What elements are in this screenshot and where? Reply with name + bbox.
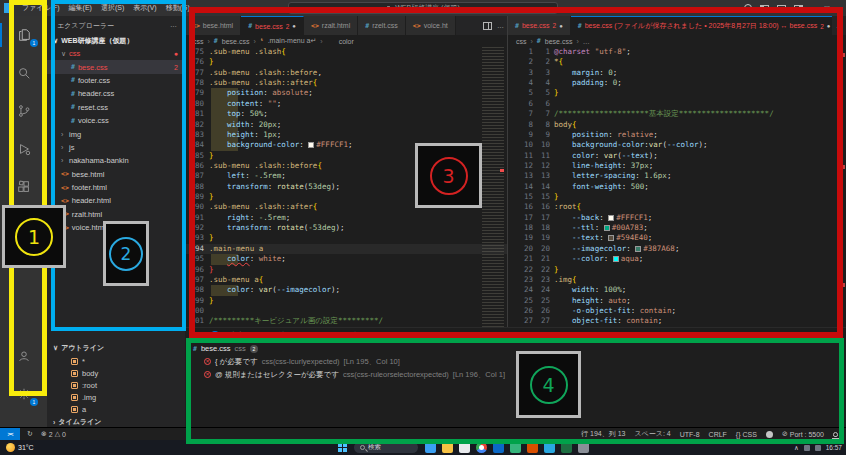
outline-item[interactable]: *	[47, 355, 185, 367]
minimap[interactable]	[482, 47, 504, 327]
forward-icon[interactable]: →	[235, 4, 243, 13]
menu-item[interactable]: 選択(S)	[101, 3, 124, 13]
breadcrumb-item[interactable]: .main-menu a↵	[268, 37, 317, 45]
outline-section[interactable]: ∨ アウトライン	[47, 341, 185, 355]
file-row-bese.html[interactable]: <>bese.html	[47, 168, 185, 181]
close-button[interactable]: ×	[837, 4, 842, 13]
more-icon[interactable]: …	[811, 332, 818, 339]
remote-indicator[interactable]: ><	[0, 428, 20, 440]
tray-icon[interactable]	[815, 445, 821, 451]
close-panel-icon[interactable]: ×	[835, 332, 839, 339]
breadcrumb-item[interactable]: color	[339, 38, 354, 45]
taskbar-app-icon[interactable]	[476, 442, 487, 453]
panel-tab-問題[interactable]: 問題2	[194, 328, 219, 342]
menu-item[interactable]: 移動(G)	[166, 3, 190, 13]
activity-settings-icon[interactable]: 1	[0, 375, 47, 413]
github-status-item[interactable]	[766, 431, 773, 438]
outline-item[interactable]: :root	[47, 379, 185, 391]
tray-expand-icon[interactable]: ∧	[794, 444, 799, 452]
file-row-header.html[interactable]: <>header.html	[47, 194, 185, 207]
menu-item[interactable]: ファイル(F)	[22, 3, 60, 13]
activity-account-icon[interactable]	[0, 337, 47, 375]
activity-search-icon[interactable]	[0, 54, 47, 92]
layout-secondary-sidebar-icon[interactable]	[794, 5, 803, 12]
menu-item[interactable]: …	[199, 3, 206, 13]
problem-file-row[interactable]: # bese.css css 2	[185, 342, 846, 355]
taskbar-app-icon[interactable]	[527, 442, 538, 453]
file-row-css[interactable]: ∨css●	[47, 47, 185, 60]
tab-bese.css[interactable]: #bese.css2●	[508, 16, 571, 35]
breadcrumb-item[interactable]: bese.css	[222, 38, 250, 45]
code-editor-left[interactable]: 175.sub-menu .slash{176}177.sub-menu .sl…	[185, 47, 507, 327]
outline-item[interactable]: .img	[47, 391, 185, 403]
status-item[interactable]: {} CSS	[736, 431, 757, 438]
taskbar-app-icon[interactable]	[510, 442, 521, 453]
status-item[interactable]: スペース: 4	[634, 429, 670, 439]
tray-icon[interactable]	[804, 445, 810, 451]
taskbar-app-icon[interactable]	[493, 442, 504, 453]
panel-tab-ターミナル[interactable]: ターミナル	[330, 328, 366, 342]
taskbar-app-icon[interactable]	[578, 442, 589, 453]
breadcrumb[interactable]: css›#bese.css›…	[508, 35, 846, 47]
activity-run-debug-icon[interactable]	[0, 130, 47, 168]
status-item[interactable]: UTF-8	[680, 431, 700, 438]
timeline-section[interactable]: › タイムライン	[47, 415, 185, 427]
menu-item[interactable]: 編集(E)	[69, 3, 92, 13]
taskbar-app-icon[interactable]	[459, 442, 470, 453]
activity-source-control-icon[interactable]	[0, 92, 47, 130]
file-row-bese.css[interactable]: #bese.css2	[47, 60, 185, 73]
file-row-img[interactable]: ›img	[47, 127, 185, 140]
outline-item[interactable]: a	[47, 403, 185, 415]
back-icon[interactable]: ←	[220, 4, 228, 13]
taskbar-search[interactable]: 検索	[354, 442, 418, 453]
taskbar-app-icon[interactable]	[544, 442, 555, 453]
maximize-button[interactable]: □	[824, 4, 829, 13]
problems-status[interactable]: ⊗ 2 △ 0	[41, 430, 66, 438]
breadcrumb-item[interactable]: …	[583, 38, 590, 45]
problem-row[interactable]: ×{ が必要ですcss(css-lcurlyexpected)[Ln 195、C…	[185, 355, 846, 368]
outline-item[interactable]: body	[47, 367, 185, 379]
menu-item[interactable]: 表示(V)	[133, 3, 156, 13]
breadcrumb-item[interactable]: bese.css	[545, 38, 573, 45]
file-row-nakahama-bankin[interactable]: ›nakahama-bankin	[47, 154, 185, 167]
layout-sidebar-icon[interactable]	[760, 5, 769, 12]
file-row-reset.css[interactable]: #reset.css	[47, 101, 185, 114]
file-row-voice.html[interactable]: <>voice.html	[47, 221, 185, 234]
file-row-rzalt.html[interactable]: <>rzalt.html	[47, 208, 185, 221]
file-row-header.css[interactable]: #header.css	[47, 87, 185, 100]
taskbar-app-icon[interactable]	[442, 442, 453, 453]
more-actions-icon[interactable]: …	[836, 22, 843, 29]
bell-status-item[interactable]	[833, 432, 838, 437]
tab-rzalt.html[interactable]: <>rzalt.html	[304, 16, 358, 35]
copilot-icon[interactable]	[744, 4, 752, 12]
breadcrumb-item[interactable]: css	[516, 38, 527, 45]
breadcrumb[interactable]: css›#bese.css›ᵗ.main-menu a↵›color	[185, 35, 507, 47]
diff-editor[interactable]: 11@charset "utf-8";22*{33 margin: 0;44 p…	[508, 47, 846, 327]
sync-icon[interactable]: ↻	[27, 430, 33, 438]
split-editor-icon[interactable]	[483, 22, 492, 30]
more-actions-icon[interactable]: …	[497, 22, 504, 29]
tab-bese.html[interactable]: <>bese.html	[185, 16, 241, 35]
taskbar-app-icon[interactable]	[425, 442, 436, 453]
blocked-status-item[interactable]: ⊘Port : 5500	[782, 430, 824, 438]
file-row-footer.html[interactable]: <>footer.html	[47, 181, 185, 194]
collapse-panel-icon[interactable]: ∧	[824, 331, 829, 339]
taskbar-app-icon[interactable]	[561, 442, 572, 453]
tab-voice.ht[interactable]: <>voice.ht	[406, 16, 456, 35]
command-center-search[interactable]: WEB研修講座 (仮題)	[288, 2, 558, 14]
file-row-footer.css[interactable]: #footer.css	[47, 74, 185, 87]
problem-row[interactable]: ×@ 規則またはセレクターが必要ですcss(css-ruleorselector…	[185, 368, 846, 381]
breadcrumb-item[interactable]: css	[193, 38, 204, 45]
start-button[interactable]	[338, 443, 347, 452]
status-item[interactable]: CRLF	[709, 431, 727, 438]
workspace-folder[interactable]: ∨ WEB研修講座（仮題）	[47, 34, 185, 47]
minimize-button[interactable]: ─	[811, 4, 817, 13]
file-row-js[interactable]: ›js	[47, 141, 185, 154]
tab-bese.css[interactable]: #bese.css2●	[241, 16, 304, 35]
panel-tab-デバッグコンソール[interactable]: デバッグコンソール	[255, 328, 319, 342]
status-item[interactable]: 行 194、列 13	[581, 429, 625, 439]
weather-widget[interactable]: 31°C	[6, 443, 34, 452]
filter-icon[interactable]: ⊞	[799, 331, 805, 339]
tab-bese.css[interactable]: #bese.css (ファイルが保存されました • 2025年8月27日 18:…	[571, 16, 839, 35]
panel-tab-出力[interactable]: 出力	[230, 328, 244, 342]
